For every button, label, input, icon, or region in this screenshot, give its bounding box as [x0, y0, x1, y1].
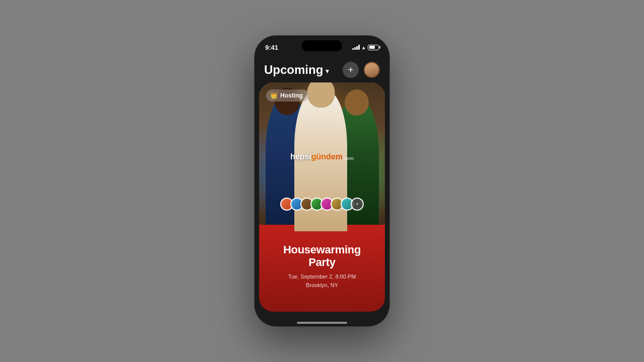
dynamic-island [302, 40, 342, 51]
attendee-avatar-more: + [351, 198, 364, 211]
event-info-section: Housewarming Party Tue, September 2, 8:0… [259, 225, 385, 312]
wifi-icon: ▴ [362, 44, 365, 51]
hosting-label: Hosting [280, 92, 303, 99]
event-date-text: Tue, September 2, 8:00 PM [288, 274, 356, 280]
home-indicator [297, 322, 347, 324]
crown-icon: 👑 [270, 92, 278, 99]
event-title-line2: Party [308, 256, 336, 268]
page-title: Upcoming [264, 63, 323, 77]
avatar [365, 63, 379, 77]
event-title: Housewarming Party [283, 243, 361, 269]
status-icons: ▴ [352, 42, 379, 51]
attendee-avatars-row: + [280, 198, 364, 211]
status-time: 9:41 [265, 42, 278, 51]
event-photo: 👑 Hosting hepsi gündem .com + [259, 82, 385, 231]
phone-frame: 9:41 ▴ Upcoming ▾ + [254, 35, 390, 327]
profile-avatar-button[interactable] [364, 62, 380, 78]
header-actions: + [343, 62, 380, 78]
header: Upcoming ▾ + [254, 57, 390, 82]
event-card[interactable]: 👑 Hosting hepsi gündem .com + [259, 82, 385, 312]
add-event-button[interactable]: + [343, 62, 359, 78]
header-title-group[interactable]: Upcoming ▾ [264, 63, 329, 77]
battery-icon [368, 45, 379, 50]
chevron-down-icon: ▾ [326, 67, 329, 75]
event-location: Brooklyn, NY [306, 282, 338, 288]
event-title-line1: Housewarming [283, 243, 361, 256]
event-date: Tue, September 2, 8:00 PM Brooklyn, NY [288, 273, 356, 289]
signal-icon [352, 45, 360, 50]
hosting-badge: 👑 Hosting [266, 89, 309, 102]
